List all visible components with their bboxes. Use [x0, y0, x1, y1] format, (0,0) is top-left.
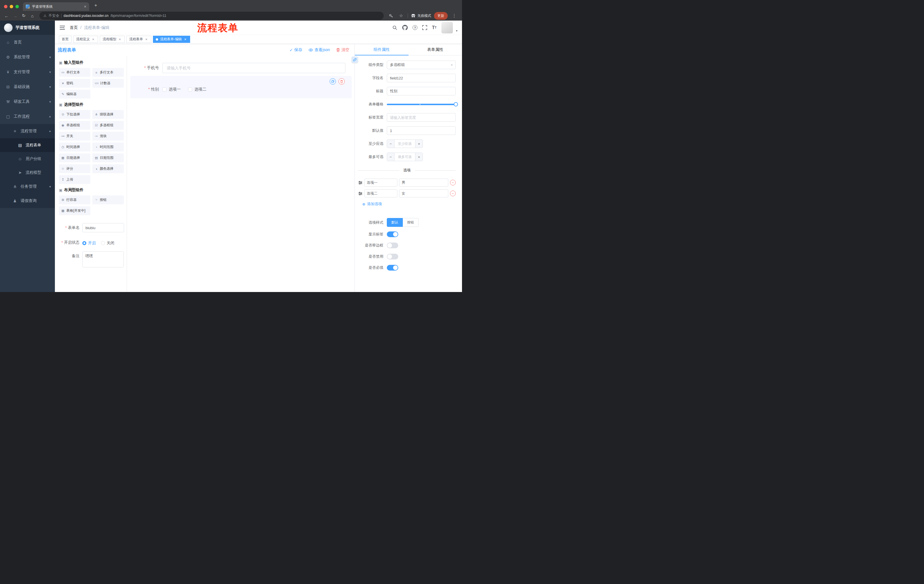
sidebar-logo[interactable]: 芋道管理系统	[0, 21, 55, 35]
tag-process-model[interactable]: 流程模型 ×	[100, 36, 125, 43]
tab-component-props[interactable]: 组件属性	[355, 44, 409, 55]
palette-item-editor[interactable]: ✎编辑器	[59, 90, 90, 99]
sidebar-item-process-management[interactable]: ≡ 流程管理 ▾	[0, 124, 55, 138]
palette-item-upload[interactable]: ↥上传	[59, 175, 90, 184]
tag-home[interactable]: 首页	[59, 36, 71, 43]
form-name-input[interactable]	[82, 223, 124, 232]
hamburger-icon[interactable]	[59, 25, 66, 31]
browser-tab[interactable]: 芋道管理系统 ×	[23, 2, 89, 11]
copy-component-button[interactable]	[330, 78, 336, 85]
style-button-button[interactable]: 按钮	[403, 218, 419, 227]
password-key-icon[interactable]	[387, 12, 394, 20]
stepper-plus-button[interactable]: +	[415, 153, 422, 161]
view-json-button[interactable]: 查看json	[309, 48, 330, 53]
palette-item-date-picker[interactable]: ▦日期选择	[59, 153, 90, 162]
browser-home-button[interactable]: ⌂	[29, 12, 36, 20]
label-width-input[interactable]	[387, 113, 456, 122]
tag-process-form-edit[interactable]: 流程表单-编辑 ×	[153, 36, 190, 43]
breadcrumb-home[interactable]: 首页	[70, 25, 78, 30]
tag-process-definition[interactable]: 流程定义 ×	[73, 36, 98, 43]
add-option-button[interactable]: ⊕ 添加选项	[362, 201, 456, 207]
sidebar-item-workflow[interactable]: ▢ 工作流程 ▾	[0, 109, 55, 124]
palette-item-cascader[interactable]: ⋔级联选择	[92, 110, 124, 119]
palette-item-time-picker[interactable]: ◷时间选择	[59, 143, 90, 151]
forward-button[interactable]: →	[12, 12, 19, 20]
palette-item-multi-line-text[interactable]: ≡多行文本	[92, 68, 124, 77]
remove-option-button[interactable]: −	[450, 180, 456, 186]
fullscreen-icon[interactable]	[422, 25, 427, 30]
required-switch[interactable]	[387, 265, 398, 271]
palette-item-radio-group[interactable]: ◉单选框组	[59, 121, 90, 130]
bookmark-star-icon[interactable]: ☆	[398, 12, 405, 20]
palette-item-password[interactable]: ∗密码	[59, 79, 90, 88]
title-input[interactable]	[387, 87, 456, 95]
status-off-radio[interactable]: 关闭	[101, 240, 114, 246]
palette-item-checkbox-group[interactable]: ☑多选框组	[92, 121, 124, 130]
sidebar-item-payment[interactable]: ¥ 支付管理 ▾	[0, 64, 55, 79]
close-window-button[interactable]	[4, 5, 7, 8]
tag-close-icon[interactable]: ×	[91, 38, 95, 41]
tab-close-icon[interactable]: ×	[84, 4, 86, 9]
back-button[interactable]: ←	[3, 12, 10, 20]
default-value-input[interactable]	[387, 126, 456, 135]
field-name-input[interactable]	[387, 74, 456, 82]
new-tab-button[interactable]: +	[92, 2, 99, 9]
palette-item-single-line-text[interactable]: ▭单行文本	[59, 68, 90, 77]
status-on-radio[interactable]: 开启	[82, 240, 96, 246]
slider-handle[interactable]	[454, 102, 458, 107]
palette-item-date-range[interactable]: ▤日期范围	[92, 153, 124, 162]
tag-process-form[interactable]: 流程表单 ×	[126, 36, 151, 43]
option-value-input[interactable]	[399, 179, 448, 187]
style-default-button[interactable]: 默认	[387, 218, 403, 227]
option-label-input[interactable]	[364, 179, 398, 187]
palette-item-slider[interactable]: ⊸滑块	[92, 132, 124, 141]
sidebar-item-system[interactable]: ⚙ 系统管理 ▾	[0, 50, 55, 64]
github-icon[interactable]	[402, 25, 408, 30]
palette-item-button[interactable]: ☞按钮	[92, 196, 124, 204]
palette-item-switch[interactable]: ⊶开关	[59, 132, 90, 141]
browser-menu-icon[interactable]: ⋮	[450, 12, 458, 20]
sidebar-item-process-model[interactable]: ➤ 流程模型	[0, 166, 55, 179]
gender-option2-checkbox[interactable]: 选项二	[188, 87, 206, 92]
grid-slider[interactable]	[387, 100, 456, 109]
link-icon[interactable]	[351, 57, 358, 63]
show-label-switch[interactable]	[387, 232, 398, 237]
form-remark-textarea[interactable]: 嘿嘿	[82, 252, 124, 267]
component-type-select[interactable]: 多选框组 ▾	[387, 61, 456, 69]
update-button[interactable]: 更新	[434, 12, 448, 20]
help-icon[interactable]: ?	[412, 25, 417, 30]
sidebar-item-infrastructure[interactable]: ⊟ 基础设施 ▾	[0, 79, 55, 94]
stepper-minus-button[interactable]: −	[387, 140, 394, 148]
avatar-caret-icon[interactable]: ▾	[456, 29, 457, 33]
disabled-switch[interactable]	[387, 254, 398, 260]
minimize-window-button[interactable]	[10, 5, 13, 8]
tag-close-icon[interactable]: ×	[118, 38, 122, 41]
gender-option1-checkbox[interactable]: 选项一	[162, 87, 181, 92]
drag-handle-icon[interactable]	[358, 181, 363, 184]
palette-item-row-container[interactable]: ⊞行容器	[59, 196, 90, 204]
border-switch[interactable]	[387, 243, 398, 248]
palette-item-counter[interactable]: 123计数器	[92, 79, 124, 88]
tab-form-props[interactable]: 表单属性	[409, 44, 462, 55]
palette-item-rate[interactable]: ☆评分	[59, 164, 90, 173]
palette-item-color-picker[interactable]: ◑颜色选择	[92, 164, 124, 173]
user-avatar[interactable]	[441, 22, 453, 33]
save-button[interactable]: ✓ 保存	[290, 48, 302, 53]
remove-option-button[interactable]: −	[450, 191, 456, 196]
address-bar[interactable]: ⚠ 不安全 dashboard.yudao.iocoder.cn /bpm/ma…	[40, 12, 384, 20]
palette-item-table[interactable]: ▩表格[开发中]	[59, 206, 90, 215]
drag-handle-icon[interactable]	[358, 192, 363, 196]
form-field-phone[interactable]: 手机号	[130, 63, 351, 73]
tag-close-icon[interactable]: ×	[183, 38, 187, 41]
sidebar-item-home[interactable]: ⌂ 首页	[0, 35, 55, 50]
option-label-input[interactable]	[364, 189, 398, 197]
sidebar-item-process-form[interactable]: ▤ 流程表单	[0, 138, 55, 152]
sidebar-item-devtools[interactable]: ⚒ 研发工具 ▾	[0, 94, 55, 109]
sidebar-item-leave-query[interactable]: ♟ 请假查询	[0, 194, 55, 208]
tag-close-icon[interactable]: ×	[144, 38, 148, 41]
palette-item-time-range[interactable]: ◔时间范围	[92, 143, 124, 151]
palette-item-select[interactable]: ⊙下拉选择	[59, 110, 90, 119]
clear-button[interactable]: 清空	[336, 48, 349, 53]
max-select-input[interactable]	[394, 153, 415, 161]
stepper-minus-button[interactable]: −	[387, 153, 394, 161]
